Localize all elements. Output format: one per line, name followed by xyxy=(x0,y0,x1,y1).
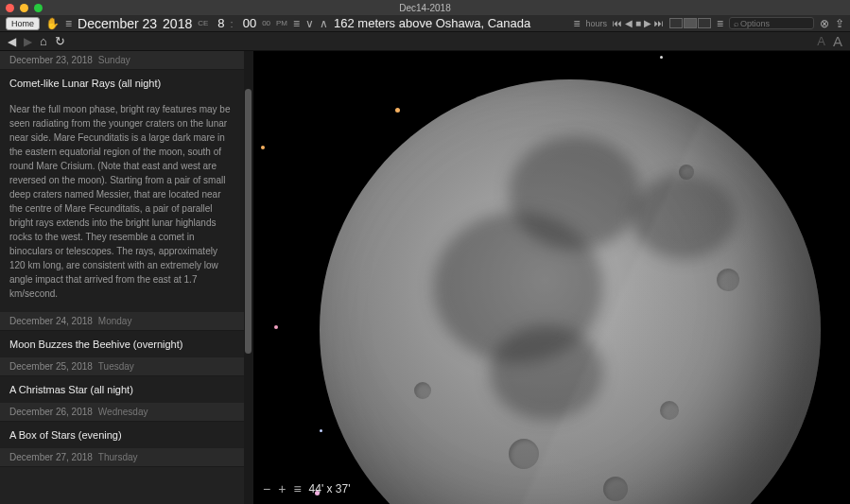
moon-terminator xyxy=(320,79,821,504)
step-back-icon[interactable]: ◀ xyxy=(625,18,633,28)
event-date: December 27, 2018 xyxy=(9,452,93,462)
clear-icon[interactable]: ⊗ xyxy=(820,17,829,30)
window-titlebar: Dec14-2018 xyxy=(0,0,850,15)
stop-icon[interactable]: ■ xyxy=(635,18,641,28)
event-title[interactable]: A Christmas Star (all night) xyxy=(0,376,244,403)
hand-tool-icon[interactable]: ✋ xyxy=(45,17,60,30)
event-title[interactable]: Moon Buzzes the Beehive (overnight) xyxy=(0,331,244,357)
fov-label: 44' x 37' xyxy=(309,482,351,495)
events-sidebar[interactable]: December 23, 2018Sunday Comet-like Lunar… xyxy=(0,51,244,504)
minimize-window-button[interactable] xyxy=(20,4,28,12)
step-forward-icon[interactable]: ▶ xyxy=(644,18,651,28)
scrollbar-thumb[interactable] xyxy=(245,89,252,354)
text-size-large[interactable]: A xyxy=(833,33,842,49)
menu-icon[interactable]: ≡ xyxy=(65,17,72,30)
settings-menu-icon[interactable]: ≡ xyxy=(573,17,580,30)
zoom-out-button[interactable]: − xyxy=(263,481,270,496)
event-day: Sunday xyxy=(98,55,130,65)
window-title: Dec14-2018 xyxy=(399,3,450,13)
event-date-header: December 23, 2018Sunday xyxy=(0,51,244,70)
sidebar-scrollbar[interactable] xyxy=(244,51,253,504)
event-day: Tuesday xyxy=(98,361,134,372)
event-date-header: December 26, 2018Wednesday xyxy=(0,403,244,422)
step-label: hours xyxy=(585,19,607,28)
nav-back-button[interactable]: ◀ xyxy=(8,35,16,48)
event-day: Wednesday xyxy=(98,407,148,417)
time-ampm: PM xyxy=(276,19,287,27)
time-hour[interactable]: 8 xyxy=(217,16,224,30)
close-window-button[interactable] xyxy=(6,4,14,12)
chevron-up-icon[interactable]: ∧ xyxy=(320,17,328,30)
fov-menu-icon[interactable]: ≡ xyxy=(293,481,301,496)
star xyxy=(660,56,663,59)
event-title[interactable]: Comet-like Lunar Rays (all night) xyxy=(0,70,244,96)
reload-icon[interactable]: ↻ xyxy=(55,34,65,48)
event-title[interactable]: A Box of Stars (evening) xyxy=(0,422,244,448)
main-toolbar: Home ✋ ≡ December 23 2018 CE 8:00 00 PM … xyxy=(0,15,850,32)
sub-toolbar: ◀ ▶ ⌂ ↻ A A xyxy=(0,32,850,51)
event-date: December 23, 2018 xyxy=(9,55,93,65)
home-icon[interactable]: ⌂ xyxy=(40,34,47,48)
event-day: Thursday xyxy=(98,452,138,462)
search-input[interactable] xyxy=(740,19,797,28)
time-seconds: 00 xyxy=(262,19,270,27)
event-date: December 25, 2018 xyxy=(9,361,93,372)
star xyxy=(261,146,265,149)
time-minute[interactable]: 00 xyxy=(243,16,256,30)
date-era: CE xyxy=(198,19,208,27)
event-description: Near the full moon phase, bright ray fea… xyxy=(0,96,244,312)
star xyxy=(395,108,400,113)
date-year[interactable]: 2018 xyxy=(163,16,192,31)
star xyxy=(274,325,278,329)
event-date: December 26, 2018 xyxy=(9,407,93,417)
event-day: Monday xyxy=(98,316,132,326)
event-date-header: December 24, 2018Monday xyxy=(0,312,244,331)
text-size-small[interactable]: A xyxy=(817,34,825,48)
nav-forward-button[interactable]: ▶ xyxy=(24,35,32,48)
sky-viewer[interactable]: − + ≡ 44' x 37' xyxy=(253,51,850,504)
zoom-window-button[interactable] xyxy=(34,4,43,12)
search-icon: ⌕ xyxy=(734,19,738,28)
view-mode-1[interactable] xyxy=(669,18,683,28)
location-label[interactable]: 162 meters above Oshawa, Canada xyxy=(334,16,530,30)
skip-forward-icon[interactable]: ⏭ xyxy=(654,18,664,28)
event-date-header: December 27, 2018Thursday xyxy=(0,448,244,467)
event-date-header: December 25, 2018Tuesday xyxy=(0,357,244,376)
event-date: December 24, 2018 xyxy=(9,316,93,326)
view-mode-2[interactable] xyxy=(684,18,697,28)
search-box[interactable]: ⌕ xyxy=(729,17,814,29)
fov-control: − + ≡ 44' x 37' xyxy=(263,481,351,496)
zoom-in-button[interactable]: + xyxy=(278,481,286,496)
playback-controls: ⏮ ◀ ■ ▶ ⏭ xyxy=(613,18,664,28)
content-area: December 23, 2018Sunday Comet-like Lunar… xyxy=(0,51,850,504)
share-icon[interactable]: ⇪ xyxy=(835,17,844,30)
list-icon[interactable]: ≡ xyxy=(293,17,300,30)
traffic-lights xyxy=(6,4,43,12)
view-mode-3[interactable] xyxy=(698,18,711,28)
chevron-down-icon[interactable]: ∨ xyxy=(305,17,314,30)
date-month-day[interactable]: December 23 xyxy=(78,16,157,31)
view-mode-buttons xyxy=(669,18,711,28)
view-extra-icon[interactable]: ≡ xyxy=(717,17,723,30)
skip-back-icon[interactable]: ⏮ xyxy=(613,18,622,28)
home-button[interactable]: Home xyxy=(6,17,40,30)
star xyxy=(320,429,322,432)
